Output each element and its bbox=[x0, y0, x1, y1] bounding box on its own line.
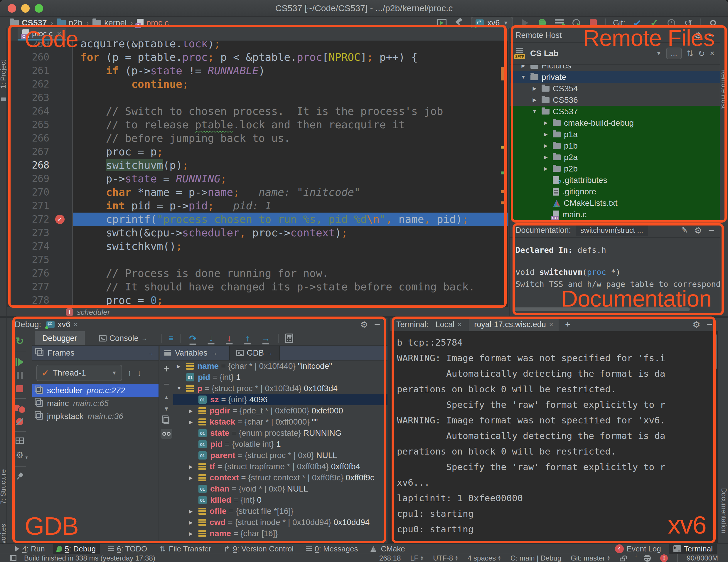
chevron-down-icon[interactable]: ▼ bbox=[656, 51, 661, 57]
toolwindow-button-cmake[interactable]: CMake bbox=[366, 544, 409, 554]
force-step-into-icon[interactable]: ↓ bbox=[223, 333, 235, 343]
move-up-icon[interactable]: ▲ bbox=[164, 394, 169, 401]
breadcrumb-kernel[interactable]: kernel bbox=[92, 18, 127, 28]
status-icon-err[interactable]: ! bbox=[660, 554, 668, 562]
horizontal-scrollbar[interactable] bbox=[514, 307, 690, 311]
status-item-lf[interactable]: LF▲▼ bbox=[410, 554, 424, 562]
tab-remote-session[interactable]: royal-17.cs.wisc.edu× bbox=[469, 318, 559, 331]
tree-item-p1b[interactable]: ▶p1b bbox=[510, 140, 720, 152]
sidebar-item-remote-host[interactable]: Remote Host bbox=[720, 69, 728, 109]
float-icon[interactable]: → bbox=[212, 350, 218, 356]
search-everywhere-button[interactable] bbox=[708, 17, 718, 28]
add-watch-button[interactable]: + bbox=[163, 364, 169, 374]
tool-window-switcher-icon[interactable] bbox=[10, 555, 16, 561]
step-over-icon[interactable]: ↷ bbox=[187, 333, 199, 344]
toolwindow-button--messages[interactable]: 0: Messages bbox=[302, 544, 362, 554]
variable-row-ofile[interactable]: ▶ofile = {struct file *[16]} bbox=[173, 506, 387, 517]
tree-item-cs537[interactable]: ▼CS537 bbox=[510, 106, 720, 117]
variable-row-p[interactable]: ▼p = {struct proc * | 0x10f3d4} 0x10f3d4 bbox=[173, 383, 387, 394]
scrollbar-marker-orange[interactable] bbox=[501, 201, 505, 204]
status-item-90-8000m[interactable]: 90/8000M bbox=[677, 554, 718, 562]
tab-proc-c[interactable]: proc.c × bbox=[18, 28, 66, 41]
git-history-button[interactable] bbox=[666, 17, 676, 28]
tree-item-p2a[interactable]: ▶p2a bbox=[510, 152, 720, 163]
stop-button[interactable] bbox=[588, 17, 598, 28]
chevron-down-icon[interactable]: ▼ bbox=[520, 74, 527, 80]
code-line[interactable]: 275 bbox=[7, 253, 508, 267]
close-window-button[interactable] bbox=[8, 4, 16, 13]
status-icon-unlock[interactable] bbox=[620, 555, 625, 561]
code-line[interactable]: 276 // Process is done running for now. bbox=[7, 267, 508, 280]
variable-row-parent[interactable]: 01parent = {struct proc * | 0x0} NULL bbox=[173, 450, 387, 461]
zoom-window-button[interactable] bbox=[35, 4, 43, 13]
tab-console[interactable]: Console → bbox=[91, 331, 155, 345]
code-line[interactable]: 273 swtch(&cpu->scheduler, proc->context… bbox=[7, 226, 508, 240]
variable-row-sz[interactable]: 01sz = {uint} 4096 bbox=[173, 394, 387, 405]
chevron-right-icon[interactable]: ▶ bbox=[177, 364, 186, 369]
next-frame-button[interactable]: ↓ bbox=[137, 368, 141, 378]
profiler-button[interactable] bbox=[571, 17, 581, 28]
variable-row-pid[interactable]: 01pid = {int} 1 bbox=[173, 372, 387, 383]
stop-icon[interactable] bbox=[16, 385, 23, 392]
status-item-268-18[interactable]: 268:18 bbox=[379, 554, 401, 562]
close-icon[interactable]: × bbox=[549, 320, 553, 329]
stack-frame-mainc[interactable]: maincmain.c:65 bbox=[32, 397, 159, 410]
chevron-down-icon[interactable]: ▼ bbox=[177, 386, 186, 391]
git-commit-button[interactable]: ✓ bbox=[649, 17, 659, 28]
status-item-4-spaces[interactable]: 4 spaces▲▼ bbox=[468, 554, 501, 562]
variable-row-context[interactable]: ▶context = {struct context * | 0xff0f9c}… bbox=[173, 472, 387, 483]
restore-layout-icon[interactable] bbox=[16, 438, 24, 444]
pin-icon[interactable] bbox=[14, 471, 25, 482]
toolwindow-button--version-control[interactable]: ↱9: Version Control bbox=[220, 544, 298, 554]
code-line[interactable]: 272✓ cprintf("process chosen to run %s, … bbox=[7, 213, 508, 226]
tab-local[interactable]: Local× bbox=[430, 318, 467, 331]
breadcrumb-p2b[interactable]: p2b bbox=[57, 18, 82, 28]
chevron-right-icon[interactable]: ▶ bbox=[189, 475, 198, 481]
minimize-icon[interactable] bbox=[709, 35, 714, 36]
chevron-down-icon[interactable]: ▼ bbox=[531, 109, 538, 115]
git-update-button[interactable]: ↙ bbox=[632, 17, 642, 28]
remove-watch-button[interactable]: − bbox=[163, 379, 169, 389]
chevron-right-icon[interactable]: ▶ bbox=[189, 419, 198, 425]
tree-item-cmake-build-debug[interactable]: ▶cmake-build-debug bbox=[510, 117, 720, 129]
code-line[interactable]: 261 if (p->state != RUNNABLE) bbox=[7, 64, 508, 78]
vertical-scrollbar[interactable] bbox=[714, 334, 717, 369]
status-item-git-master[interactable]: Git: master▲▼ bbox=[571, 554, 610, 562]
code-line[interactable]: 264 // Switch to chosen process. It is t… bbox=[7, 105, 508, 118]
code-line[interactable]: 278 proc = 0; bbox=[7, 294, 508, 307]
tab-debugger[interactable]: Debugger bbox=[35, 331, 85, 345]
scrollbar-marker-orange[interactable] bbox=[501, 190, 505, 193]
show-watches-toggle[interactable] bbox=[161, 429, 172, 439]
chevron-right-icon[interactable]: ▶ bbox=[542, 143, 550, 149]
view-breakpoints-icon[interactable] bbox=[14, 405, 26, 412]
resume-icon[interactable] bbox=[16, 358, 24, 366]
status-item-utf-8[interactable]: UTF-8▲▼ bbox=[433, 554, 458, 562]
gear-icon[interactable]: ⚙ bbox=[692, 319, 700, 330]
scrollbar-marker-green[interactable] bbox=[501, 171, 505, 174]
sidebar-item-project[interactable]: 1: Project bbox=[0, 60, 7, 88]
variable-row-pid[interactable]: 01pid = {volatile int} 1 bbox=[173, 439, 387, 450]
float-icon[interactable]: → bbox=[148, 350, 154, 356]
tree-item-private[interactable]: ▼private bbox=[510, 71, 720, 83]
minimize-icon[interactable] bbox=[707, 324, 712, 325]
code-line[interactable]: 262 continue; bbox=[7, 78, 508, 91]
variable-row-name[interactable]: ▶name = {char * | 0x10f440} "initcode" bbox=[173, 361, 387, 372]
git-rollback-button[interactable]: ↺ bbox=[683, 17, 693, 28]
chevron-right-icon[interactable]: ▶ bbox=[542, 120, 550, 126]
code-line[interactable]: 266 // before jumping back to us. bbox=[7, 132, 508, 145]
minimize-window-button[interactable] bbox=[21, 4, 30, 13]
code-editor[interactable]: 259acquire(&ptable.lock);260for (p = pta… bbox=[7, 41, 508, 307]
toolwindow-button--run[interactable]: 4: Run bbox=[11, 544, 49, 554]
server-name[interactable]: CS Lab bbox=[530, 49, 558, 58]
code-line[interactable]: 269 p->state = RUNNING; bbox=[7, 172, 508, 186]
tree-item-cmakelists-txt[interactable]: CMakeLists.txt bbox=[510, 197, 720, 209]
code-line[interactable]: 270 char *name = p->name; name: "initcod… bbox=[7, 186, 508, 199]
gear-icon[interactable]: ⚙ bbox=[694, 225, 702, 235]
settings-gear-icon[interactable]: ⚙ bbox=[16, 450, 24, 460]
run-configuration-select[interactable]: xv6▼ bbox=[471, 17, 513, 29]
tree-item-p2b[interactable]: ▶p2b bbox=[510, 163, 720, 174]
chevron-right-icon[interactable]: ▶ bbox=[542, 131, 550, 137]
tree-item-cs536[interactable]: ▶CS536 bbox=[510, 94, 720, 106]
run-to-cursor-icon[interactable]: → bbox=[260, 333, 272, 343]
copy-icon[interactable] bbox=[164, 417, 169, 424]
